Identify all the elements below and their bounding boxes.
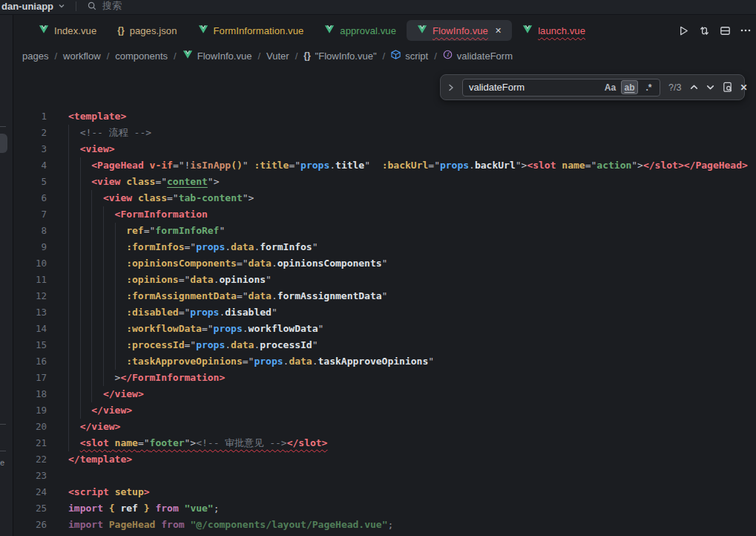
breadcrumb-item-validateform[interactable]: fvalidateForm — [443, 50, 513, 62]
code-line[interactable]: 19</view> — [13, 402, 756, 419]
code-line[interactable]: 6<view class="tab-content"> — [13, 190, 756, 206]
line-number[interactable]: 22 — [13, 451, 47, 468]
line-number[interactable]: 4 — [13, 157, 47, 174]
line-number[interactable]: 23 — [13, 468, 47, 484]
tab-launch-vue[interactable]: launch.vue — [512, 20, 596, 41]
toggle-replace-icon[interactable] — [447, 83, 456, 92]
line-number[interactable]: 6 — [13, 190, 47, 206]
line-number[interactable]: 21 — [13, 435, 47, 451]
code-line[interactable]: 21<slot name="footer"><!-- 审批意见 --></slo… — [13, 435, 756, 451]
toolwindow-selected-icon[interactable] — [0, 134, 7, 153]
code-text[interactable]: <PageHead v-if="!isInApp()" :title="prop… — [68, 157, 748, 174]
code-line[interactable]: 11:opinions="data.opinions" — [13, 272, 756, 288]
line-number[interactable]: 8 — [13, 223, 47, 239]
line-number[interactable]: 15 — [13, 337, 47, 353]
toolwindow-icon-fragment[interactable] — [0, 424, 6, 425]
code-text[interactable]: :processId="props.data.processId" — [68, 337, 318, 353]
code-line[interactable]: 24<script setup> — [13, 484, 756, 500]
code-line[interactable]: 20</view> — [13, 419, 756, 435]
breadcrumb-item-components[interactable]: components — [115, 50, 168, 62]
code-text[interactable]: :workflowData="props.workflowData" — [68, 321, 323, 337]
tab-forminformation-vue[interactable]: FormInformation.vue — [188, 20, 315, 41]
line-number[interactable]: 16 — [13, 353, 47, 370]
global-search[interactable]: 搜索 — [87, 0, 122, 13]
line-number[interactable]: 5 — [13, 174, 47, 190]
split-editor-icon[interactable] — [719, 24, 732, 37]
line-number[interactable]: 10 — [13, 255, 47, 272]
code-line[interactable]: 15:processId="props.data.processId" — [13, 337, 756, 353]
code-text[interactable]: </view> — [68, 402, 132, 419]
code-text[interactable]: <FormInformation — [68, 206, 208, 223]
code-text[interactable]: <view class="content"> — [68, 174, 220, 190]
code-text[interactable]: <!-- 流程 --> — [68, 125, 151, 141]
code-line[interactable]: 12:formAssignmentData="data.formAssignme… — [13, 288, 756, 304]
tab-flowinfo-vue[interactable]: FlowInfo.vue✕ — [407, 20, 512, 41]
breadcrumb-item-pages[interactable]: pages — [22, 50, 48, 62]
tab-close-icon[interactable]: ✕ — [495, 26, 502, 36]
line-number[interactable]: 18 — [13, 386, 47, 402]
breadcrumb-item-vuter[interactable]: Vuter — [266, 50, 289, 62]
line-number[interactable]: 2 — [13, 125, 47, 141]
code-text[interactable]: ></FormInformation> — [68, 370, 225, 386]
editor[interactable]: 1<template>2<!-- 流程 -->3<view>4<PageHead… — [13, 67, 756, 536]
line-number[interactable]: 9 — [13, 239, 47, 255]
close-find-icon[interactable]: ✕ — [740, 82, 747, 93]
code-line[interactable]: 23 — [13, 468, 756, 484]
open-in-find-tool-icon[interactable] — [722, 82, 733, 93]
breadcrumb-item-flowinfovue[interactable]: {}"FlowInfo.vue" — [303, 50, 376, 62]
code-text[interactable]: :formAssignmentData="data.formAssignment… — [68, 288, 387, 304]
vcs-update-icon[interactable] — [698, 24, 711, 37]
toolwindow-icon-fragment[interactable] — [0, 451, 6, 451]
code-text[interactable]: :opinions="data.opinions" — [68, 272, 272, 288]
tab-approval-vue[interactable]: approval.vue — [314, 20, 407, 41]
line-number[interactable]: 11 — [13, 272, 47, 288]
code-text[interactable]: </view> — [68, 419, 120, 435]
code-text[interactable]: <template> — [68, 108, 126, 125]
breadcrumb-item-flowinfovue[interactable]: FlowInfo.vue — [183, 50, 252, 62]
breadcrumb-item-workflow[interactable]: workflow — [63, 50, 101, 62]
code-text[interactable]: ref="formInfoRef" — [68, 223, 225, 239]
code-line[interactable]: 17></FormInformation> — [13, 370, 756, 386]
code-line[interactable]: 10:opinionsComponents="data.opinionsComp… — [13, 255, 756, 272]
toolwindow-icon-fragment[interactable] — [0, 126, 6, 127]
code-text[interactable]: :opinionsComponents="data.opinionsCompon… — [68, 255, 387, 272]
code-line[interactable]: 2<!-- 流程 --> — [13, 125, 756, 141]
line-number[interactable]: 12 — [13, 288, 47, 304]
line-number[interactable]: 26 — [13, 517, 47, 533]
line-number[interactable]: 1 — [13, 108, 47, 125]
words-button[interactable]: ab — [621, 80, 638, 94]
code-line[interactable]: 5<view class="content"> — [13, 174, 756, 190]
breadcrumb-item-script[interactable]: script — [391, 50, 428, 62]
code-line[interactable]: 26import PageHead from "@/components/lay… — [13, 517, 756, 533]
code-line[interactable]: 4<PageHead v-if="!isInApp()" :title="pro… — [13, 157, 756, 174]
tab-index-vue[interactable]: Index.vue — [28, 20, 107, 41]
line-number[interactable]: 7 — [13, 206, 47, 223]
code-line[interactable]: 25import { ref } from "vue"; — [13, 500, 756, 517]
line-number[interactable]: 17 — [13, 370, 47, 386]
line-number[interactable]: 14 — [13, 321, 47, 337]
line-number[interactable]: 24 — [13, 484, 47, 500]
code-line[interactable]: 9:formInfos="props.data.formInfos" — [13, 239, 756, 255]
code-line[interactable]: 7<FormInformation — [13, 206, 756, 223]
code-line[interactable]: 8ref="formInfoRef" — [13, 223, 756, 239]
code-text[interactable]: import { ref } from "vue"; — [68, 500, 220, 517]
code-line[interactable]: 3<view> — [13, 141, 756, 157]
find-input[interactable] — [469, 82, 599, 93]
line-number[interactable]: 25 — [13, 500, 47, 517]
code-text[interactable]: :formInfos="props.data.formInfos" — [68, 239, 318, 255]
line-number[interactable]: 20 — [13, 419, 47, 435]
code-text[interactable]: </template> — [68, 451, 132, 468]
code-line[interactable]: 18</view> — [13, 386, 756, 402]
code-line[interactable]: 14:workflowData="props.workflowData" — [13, 321, 756, 337]
code-line[interactable]: 1<template> — [13, 108, 756, 125]
line-number[interactable]: 3 — [13, 141, 47, 157]
line-number[interactable]: 13 — [13, 304, 47, 321]
code-text[interactable]: <view> — [68, 141, 115, 157]
run-icon[interactable] — [677, 24, 690, 37]
line-number[interactable]: 19 — [13, 402, 47, 419]
code-line[interactable]: 13:disabled="props.disabled" — [13, 304, 756, 321]
tab-pages-json[interactable]: {}pages.json — [107, 21, 187, 41]
code-text[interactable]: <view class="tab-content"> — [68, 190, 254, 206]
match-case-button[interactable]: Aa — [602, 80, 619, 94]
code-text[interactable]: <slot name="footer"><!-- 审批意见 --></slot> — [68, 435, 327, 451]
